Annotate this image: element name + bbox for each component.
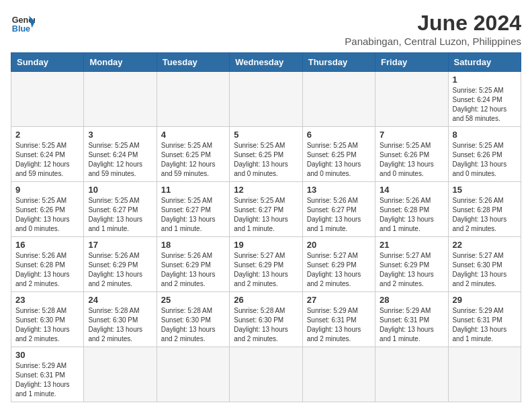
day-number: 29 <box>453 295 517 305</box>
day-info: Sunrise: 5:28 AM Sunset: 6:30 PM Dayligh… <box>15 306 79 344</box>
day-number: 18 <box>161 240 225 250</box>
day-info: Sunrise: 5:27 AM Sunset: 6:29 PM Dayligh… <box>307 251 371 289</box>
day-cell <box>302 347 375 402</box>
day-cell: 19Sunrise: 5:27 AM Sunset: 6:29 PM Dayli… <box>230 237 302 292</box>
day-number: 28 <box>380 295 443 305</box>
day-number: 10 <box>88 185 152 195</box>
day-cell <box>84 347 157 402</box>
day-number: 16 <box>15 240 79 250</box>
day-number: 7 <box>380 130 443 140</box>
day-info: Sunrise: 5:26 AM Sunset: 6:29 PM Dayligh… <box>88 251 152 289</box>
header: General Blue June 2024 Panabingan, Centr… <box>11 11 521 47</box>
day-number: 8 <box>453 130 517 140</box>
week-row-6: 30Sunrise: 5:29 AM Sunset: 6:31 PM Dayli… <box>11 347 521 402</box>
day-number: 1 <box>453 75 517 85</box>
subtitle: Panabingan, Central Luzon, Philippines <box>345 36 521 47</box>
day-info: Sunrise: 5:25 AM Sunset: 6:26 PM Dayligh… <box>15 196 79 234</box>
day-info: Sunrise: 5:25 AM Sunset: 6:25 PM Dayligh… <box>161 141 225 179</box>
day-info: Sunrise: 5:26 AM Sunset: 6:28 PM Dayligh… <box>453 196 517 234</box>
day-cell <box>375 72 448 127</box>
day-cell: 8Sunrise: 5:25 AM Sunset: 6:26 PM Daylig… <box>448 127 521 182</box>
calendar-header: SundayMondayTuesdayWednesdayThursdayFrid… <box>11 53 521 72</box>
day-cell: 21Sunrise: 5:27 AM Sunset: 6:29 PM Dayli… <box>375 237 448 292</box>
day-cell: 7Sunrise: 5:25 AM Sunset: 6:26 PM Daylig… <box>375 127 448 182</box>
day-cell: 4Sunrise: 5:25 AM Sunset: 6:25 PM Daylig… <box>157 127 229 182</box>
day-info: Sunrise: 5:25 AM Sunset: 6:24 PM Dayligh… <box>15 141 79 179</box>
day-info: Sunrise: 5:25 AM Sunset: 6:27 PM Dayligh… <box>161 196 225 234</box>
day-info: Sunrise: 5:25 AM Sunset: 6:27 PM Dayligh… <box>234 196 298 234</box>
day-header-monday: Monday <box>84 53 157 72</box>
day-number: 20 <box>307 240 371 250</box>
day-header-friday: Friday <box>375 53 448 72</box>
day-info: Sunrise: 5:29 AM Sunset: 6:31 PM Dayligh… <box>15 361 79 399</box>
day-info: Sunrise: 5:26 AM Sunset: 6:27 PM Dayligh… <box>307 196 371 234</box>
day-number: 30 <box>15 350 79 360</box>
day-info: Sunrise: 5:29 AM Sunset: 6:31 PM Dayligh… <box>453 306 517 344</box>
day-info: Sunrise: 5:29 AM Sunset: 6:31 PM Dayligh… <box>307 306 371 344</box>
week-row-4: 16Sunrise: 5:26 AM Sunset: 6:28 PM Dayli… <box>11 237 521 292</box>
week-row-3: 9Sunrise: 5:25 AM Sunset: 6:26 PM Daylig… <box>11 182 521 237</box>
day-number: 9 <box>15 185 79 195</box>
day-cell: 22Sunrise: 5:27 AM Sunset: 6:30 PM Dayli… <box>448 237 521 292</box>
week-row-2: 2Sunrise: 5:25 AM Sunset: 6:24 PM Daylig… <box>11 127 521 182</box>
logo-icon: General Blue <box>11 11 35 35</box>
day-cell: 12Sunrise: 5:25 AM Sunset: 6:27 PM Dayli… <box>230 182 302 237</box>
day-cell: 6Sunrise: 5:25 AM Sunset: 6:25 PM Daylig… <box>302 127 375 182</box>
day-cell: 10Sunrise: 5:25 AM Sunset: 6:27 PM Dayli… <box>84 182 157 237</box>
day-number: 14 <box>380 185 443 195</box>
title-section: June 2024 Panabingan, Central Luzon, Phi… <box>345 11 521 47</box>
day-cell: 20Sunrise: 5:27 AM Sunset: 6:29 PM Dayli… <box>302 237 375 292</box>
day-number: 13 <box>307 185 371 195</box>
day-cell: 14Sunrise: 5:26 AM Sunset: 6:28 PM Dayli… <box>375 182 448 237</box>
day-cell: 26Sunrise: 5:28 AM Sunset: 6:30 PM Dayli… <box>230 292 302 347</box>
day-number: 22 <box>453 240 517 250</box>
day-cell: 28Sunrise: 5:29 AM Sunset: 6:31 PM Dayli… <box>375 292 448 347</box>
day-number: 6 <box>307 130 371 140</box>
day-header-thursday: Thursday <box>302 53 375 72</box>
day-number: 4 <box>161 130 225 140</box>
day-number: 3 <box>88 130 152 140</box>
day-cell: 5Sunrise: 5:25 AM Sunset: 6:25 PM Daylig… <box>230 127 302 182</box>
day-info: Sunrise: 5:28 AM Sunset: 6:30 PM Dayligh… <box>234 306 298 344</box>
day-info: Sunrise: 5:27 AM Sunset: 6:29 PM Dayligh… <box>234 251 298 289</box>
header-row: SundayMondayTuesdayWednesdayThursdayFrid… <box>11 53 521 72</box>
day-cell: 3Sunrise: 5:25 AM Sunset: 6:24 PM Daylig… <box>84 127 157 182</box>
day-cell <box>11 72 84 127</box>
day-info: Sunrise: 5:25 AM Sunset: 6:24 PM Dayligh… <box>453 86 517 124</box>
day-cell: 2Sunrise: 5:25 AM Sunset: 6:24 PM Daylig… <box>11 127 84 182</box>
day-cell: 13Sunrise: 5:26 AM Sunset: 6:27 PM Dayli… <box>302 182 375 237</box>
day-header-tuesday: Tuesday <box>157 53 229 72</box>
day-info: Sunrise: 5:28 AM Sunset: 6:30 PM Dayligh… <box>161 306 225 344</box>
day-info: Sunrise: 5:26 AM Sunset: 6:28 PM Dayligh… <box>380 196 443 234</box>
logo: General Blue <box>11 11 35 35</box>
day-header-saturday: Saturday <box>448 53 521 72</box>
day-number: 11 <box>161 185 225 195</box>
day-info: Sunrise: 5:25 AM Sunset: 6:26 PM Dayligh… <box>453 141 517 179</box>
day-number: 21 <box>380 240 443 250</box>
day-info: Sunrise: 5:25 AM Sunset: 6:24 PM Dayligh… <box>88 141 152 179</box>
day-number: 15 <box>453 185 517 195</box>
month-title: June 2024 <box>345 11 521 36</box>
calendar-body: 1Sunrise: 5:25 AM Sunset: 6:24 PM Daylig… <box>11 72 521 402</box>
day-info: Sunrise: 5:25 AM Sunset: 6:25 PM Dayligh… <box>307 141 371 179</box>
day-number: 2 <box>15 130 79 140</box>
day-number: 5 <box>234 130 298 140</box>
day-cell <box>448 347 521 402</box>
day-cell: 9Sunrise: 5:25 AM Sunset: 6:26 PM Daylig… <box>11 182 84 237</box>
day-number: 23 <box>15 295 79 305</box>
day-number: 12 <box>234 185 298 195</box>
day-header-wednesday: Wednesday <box>230 53 302 72</box>
day-info: Sunrise: 5:25 AM Sunset: 6:25 PM Dayligh… <box>234 141 298 179</box>
day-cell: 11Sunrise: 5:25 AM Sunset: 6:27 PM Dayli… <box>157 182 229 237</box>
day-cell <box>230 72 302 127</box>
day-cell: 25Sunrise: 5:28 AM Sunset: 6:30 PM Dayli… <box>157 292 229 347</box>
day-cell <box>84 72 157 127</box>
day-number: 25 <box>161 295 225 305</box>
day-number: 17 <box>88 240 152 250</box>
day-cell: 29Sunrise: 5:29 AM Sunset: 6:31 PM Dayli… <box>448 292 521 347</box>
day-cell <box>157 72 229 127</box>
day-cell: 30Sunrise: 5:29 AM Sunset: 6:31 PM Dayli… <box>11 347 84 402</box>
calendar-table: SundayMondayTuesdayWednesdayThursdayFrid… <box>11 52 521 402</box>
day-info: Sunrise: 5:28 AM Sunset: 6:30 PM Dayligh… <box>88 306 152 344</box>
day-number: 26 <box>234 295 298 305</box>
